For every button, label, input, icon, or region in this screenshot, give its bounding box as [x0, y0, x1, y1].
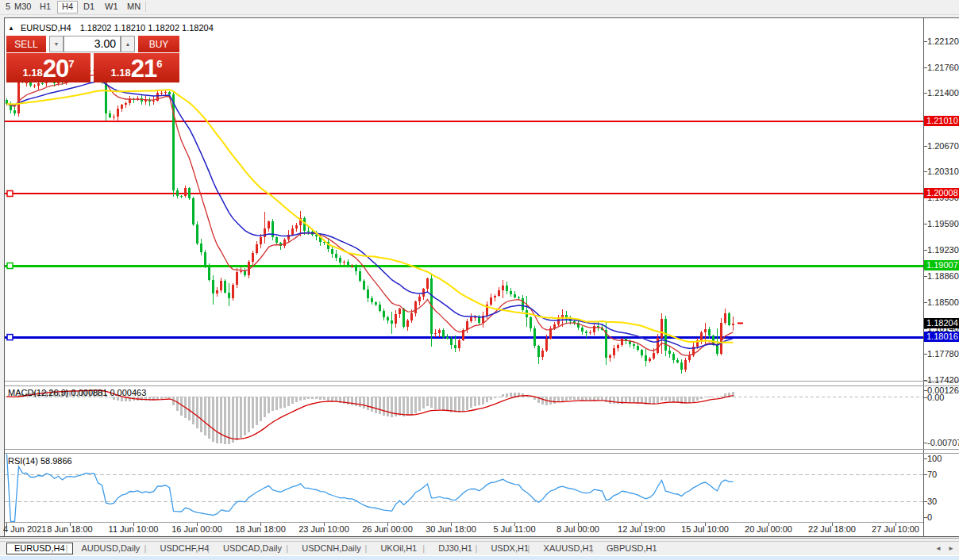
chart-tab-bar: EURUSD,H4|AUDUSD,Daily|USDCHF,H4|USDCAD,… [0, 541, 959, 556]
time-axis-line [5, 522, 923, 523]
tab-divider: | [144, 543, 147, 553]
buy-price-display[interactable]: 1.18216 [94, 53, 179, 82]
chart-tab-audusd[interactable]: AUDUSD,Daily [74, 543, 147, 554]
time-axis-label: 27 Jul 10:00 [872, 524, 919, 534]
timeframe-button-mn[interactable]: MN [123, 1, 144, 12]
tab-divider: | [528, 543, 530, 553]
time-axis-label: 8 Jul 00:00 [557, 524, 599, 534]
price-axis-label: 1.22120 [927, 36, 959, 46]
indicator-axis-label: 0 [927, 512, 932, 522]
chart-tab-usdcnh[interactable]: USDCNH,Daily [295, 543, 368, 554]
tab-divider: | [591, 543, 593, 553]
price-badge-1.18204: 1.18204 [924, 318, 959, 328]
time-axis-label: 26 Jun 00:00 [362, 524, 413, 534]
timeframe-button-m30[interactable]: M30 [10, 1, 35, 12]
indicator-axis-label: 30 [927, 497, 937, 506]
time-axis-label: 22 Jul 18:00 [808, 524, 856, 534]
sell-price-small: 1.18 [22, 64, 42, 82]
price-axis-label: 1.18500 [927, 297, 959, 307]
indicator-axis-label: 0.00 [927, 393, 944, 402]
price-badge-1.19007: 1.19007 [924, 260, 959, 270]
tab-divider: | [207, 543, 210, 553]
chart-tab-ukoil[interactable]: UKOil,H1 [373, 543, 424, 554]
buy-price-small: 1.18 [110, 64, 130, 82]
price-axis-label: 1.18860 [927, 271, 959, 281]
price-badge-1.21010: 1.21010 [924, 116, 959, 126]
sell-button[interactable]: SELL [6, 36, 46, 52]
sell-price-big: 20 [43, 56, 68, 82]
indicator-axis-label: 100 [927, 454, 942, 463]
one-click-trading-panel: SELL ▼ 3.00 ▲ BUY 1.18207 1.18216 [6, 36, 179, 82]
time-axis-label: 4 Jun 2021 [3, 524, 46, 534]
rsi-label: RSI(14) 58.9866 [8, 456, 72, 466]
timeframe-toolbar: 5M30H1H4D1W1MN [0, 0, 959, 15]
tab-divider: | [364, 543, 367, 553]
time-axis-label: 11 Jun 10:00 [109, 524, 159, 534]
chart-tab-usdcad[interactable]: USDCAD,Daily [216, 543, 289, 554]
time-axis-label: 30 Jun 18:00 [426, 524, 476, 534]
buy-price-sup: 6 [156, 59, 162, 69]
price-axis-label: 1.21760 [927, 63, 959, 72]
volume-input[interactable]: 3.00 [64, 36, 121, 52]
price-axis-label: 1.17420 [927, 375, 959, 385]
spinner-up-icon: ▲ [125, 41, 131, 47]
price-axis-label: 1.20670 [927, 141, 959, 151]
panel-separator[interactable] [5, 381, 959, 382]
price-axis-label: 1.17780 [927, 349, 959, 359]
indicator-axis-label: 70 [927, 470, 937, 479]
chart-tab-eurusd[interactable]: EURUSD,H4 [6, 543, 73, 554]
chart-frame-bottom [0, 536, 959, 537]
indicator-axis-label: -0.00707 [927, 438, 959, 447]
timeframe-button-d1[interactable]: D1 [79, 1, 98, 12]
chart-tab-gbpusd[interactable]: GBPUSD,H1 [599, 543, 664, 554]
price-axis-label: 1.19590 [927, 219, 959, 228]
tab-scroll-right-icon[interactable]: ► [948, 545, 954, 552]
timeframe-button-w1[interactable]: W1 [101, 1, 122, 12]
price-axis-label: 1.19230 [927, 245, 959, 255]
timeframe-button-h4[interactable]: H4 [57, 1, 78, 13]
tab-divider: | [65, 543, 67, 553]
sell-price-display[interactable]: 1.18207 [6, 53, 91, 82]
time-axis-label: 5 Jul 11:00 [493, 524, 535, 534]
buy-price-big: 21 [131, 56, 156, 82]
price-axis-label: 1.20310 [927, 167, 959, 176]
time-axis-label: 12 Jul 19:00 [618, 524, 665, 534]
price-axis-label: 1.21400 [927, 88, 959, 98]
macd-label: MACD(12,26,9) 0.000881 0.000463 [8, 388, 146, 397]
time-axis-label: 8 Jun 18:00 [47, 524, 93, 534]
timeframe-button-h1[interactable]: H1 [36, 1, 55, 12]
time-axis-label: 15 Jul 10:00 [681, 524, 729, 534]
time-axis-label: 18 Jun 18:00 [235, 524, 286, 534]
sell-price-sup: 7 [68, 59, 74, 69]
volume-decrease-button[interactable]: ▼ [49, 36, 64, 52]
time-axis-label: 23 Jun 10:00 [298, 524, 349, 534]
chart-tab-dj30[interactable]: DJ30,H1 [431, 543, 480, 554]
rsi-indicator-panel[interactable] [5, 453, 923, 522]
tab-divider: | [475, 543, 477, 553]
status-strip [0, 555, 959, 560]
price-badge-1.18016: 1.18016 [924, 332, 959, 342]
volume-increase-button[interactable]: ▲ [121, 36, 135, 52]
price-badge-1.20008: 1.20008 [924, 188, 959, 198]
tab-divider: | [286, 543, 288, 553]
tab-scroll-left-icon[interactable]: ◄ [935, 545, 942, 552]
buy-button[interactable]: BUY [138, 36, 179, 52]
spinner-down-icon: ▼ [54, 41, 60, 47]
time-axis-label: 16 Jun 00:00 [171, 524, 222, 534]
panel-separator[interactable] [5, 449, 959, 450]
tab-divider: | [422, 543, 425, 553]
chart-frame-bottom-shadow [0, 538, 959, 539]
time-axis-label: 20 Jul 00:00 [745, 524, 792, 534]
toolbar-separator [145, 2, 146, 12]
